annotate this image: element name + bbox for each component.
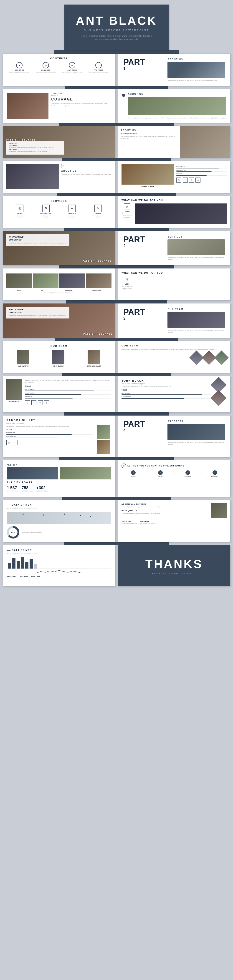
team-photo-3 (59, 274, 85, 288)
arrow-3: → (201, 473, 202, 475)
portrait-2 (33, 274, 59, 288)
divider-bar-8 (66, 300, 167, 304)
services-slide: SERVICES ◎ VIDEO Just for today I will e… (3, 196, 115, 228)
additional-item-3: Additional Just for today I will exercis… (121, 520, 137, 525)
mark-skill-1: PHOTOSHOP (25, 389, 112, 391)
city-label: CITY (41, 290, 45, 291)
part3-slide: PART 3 OUR TEAM Just for today I will ex… (118, 304, 230, 338)
additional-item-4: Additional Just for today I will exercis… (140, 520, 155, 525)
sandra-images (96, 425, 112, 454)
sandra-badge-2: ♡ (13, 440, 18, 445)
service-layouts: ◈ LAYOUTS Just for today I will exercise (65, 205, 79, 219)
skills-label-mark: SKILLS (25, 385, 112, 387)
sandra-photo-img (88, 350, 100, 364)
circle-desc: Just for today I will exercise my soul (22, 531, 111, 533)
john-skill-1-fill (121, 395, 202, 395)
sandra-layout: Just for today I will exercise my soul i… (6, 425, 112, 454)
diamond-photos-row (121, 353, 227, 363)
step-economy-circle: 4 (212, 470, 217, 475)
what-can-video2-slide: WHAT CAN WE DO FOR YOU ◎ VIDEO Just for … (118, 269, 230, 300)
badge-icon-3: ✎ (189, 178, 194, 183)
stat-3: +302 just for today (37, 485, 48, 492)
sunset-image (121, 164, 174, 185)
additional-item-4-text: Just for today I will exercise (140, 523, 155, 525)
bar-4 (21, 557, 24, 568)
design-label: DESIGN (95, 213, 101, 214)
additional-bonuses-text: Just for today I will exercise my soul i… (121, 506, 208, 508)
about-office-slide: ABOUT US PASSION / COURAGE Just for toda… (118, 126, 230, 158)
part4-desc: Just for today I will exercise my soul i… (168, 441, 225, 445)
project-label: PROJECT (7, 464, 111, 466)
part2-desc: Just for today I will exercise my soul i… (168, 257, 225, 261)
part1-right: ABOUT US Just for today I will exercise … (168, 58, 225, 81)
how-project-title: LET ME SHOW YOU HOW THE PROJECT WORKS (128, 465, 184, 467)
diamond-photo-3 (214, 350, 229, 365)
city-img (128, 97, 226, 115)
map-dot-2 (43, 514, 45, 515)
our-team-diamond-title: OUR TEAM (121, 344, 227, 347)
part2-right: SERVICES Just for today I will exercise … (168, 235, 225, 261)
courage-label: COURAGE (51, 97, 111, 102)
hero-title: ANT BLACK (76, 14, 157, 27)
part2-section: SERVICES (168, 235, 225, 238)
portrait-3 (59, 274, 85, 288)
mark-white-info: Just for today I will exercise my soul i… (25, 379, 112, 405)
city-img-2 (60, 467, 111, 479)
stat-1-label: just for today (7, 490, 18, 492)
slides-row-1: CONTENTS ● ABOUT US Just for today I wil… (3, 54, 230, 86)
project-img-1 (7, 467, 58, 479)
what-can-text-box: WHAT CAN WEDO FOR YOU Just for today I w… (6, 234, 69, 246)
project-images-row (7, 467, 111, 479)
about-us-text: Just for today I will exercise my soul (10, 72, 29, 73)
divider-bar-14 (64, 542, 169, 546)
sandra-skill-2-fill (6, 438, 59, 438)
about-passion-content: ABOUT US PASSION / COURAGE Just for toda… (51, 93, 111, 119)
services-text: Just for today I will exercise my soul (36, 72, 56, 73)
bar-3 (17, 561, 20, 568)
data-driven-header: DATA DRIVEN (7, 504, 111, 506)
resume-slide: JOHN WHITE PHOTOSHOP ILLUSTRATOR (118, 161, 230, 193)
wave-chart (7, 570, 111, 574)
slides-row-12: PROJECT THE CITY POWER 1 567 just for to… (3, 460, 230, 497)
badge-icon-1: ◎ (176, 178, 181, 183)
bar-6 (30, 559, 33, 568)
our-team-grid-title: OUR TEAM (7, 345, 111, 347)
mark-badge-1: ◎ (25, 400, 30, 405)
phone-about-content: ♡ ABOUT US Just for today I will exercis… (61, 164, 112, 189)
bar-7 (34, 564, 37, 568)
part4-label: 4 (123, 428, 164, 433)
sandra-img-1 (97, 425, 110, 439)
mark-badge-2: ♡ (31, 400, 37, 405)
page-wrapper: ANT BLACK BUSINESS REPORT POWERPOINT Jus… (0, 0, 233, 591)
team-image (168, 312, 225, 328)
mark-photo-img (17, 350, 29, 364)
how-project-header: ⚙ LET ME SHOW YOU HOW THE PROJECT WORKS (121, 463, 227, 468)
circle-chart: 65% (7, 526, 19, 539)
book-image (7, 93, 48, 119)
sandra-info: Just for today I will exercise my soul i… (6, 425, 93, 454)
gear-icon: ⚙ (121, 463, 126, 468)
sandra-skill-2-label: ILLUSTRATOR (6, 436, 93, 437)
video-service-icon: ◎ (16, 205, 24, 212)
thanks-title: THANKS (145, 557, 203, 571)
step-budget-circle: 2 (158, 470, 163, 475)
thanks-slide: THANKS PRESENTER NAME BY MADE (118, 546, 230, 586)
stat-2-label: just for today (22, 490, 33, 492)
stat-2-value: 758 (22, 485, 33, 490)
circle-value: 65% (9, 528, 18, 537)
data-driven-2-text: Just for today I will exercise my soul i… (7, 553, 111, 555)
step-growth-label: GROWTH (185, 476, 191, 477)
projects-label: PROJECTS (94, 69, 103, 71)
contents-slide: CONTENTS ● ABOUT US Just for today I wil… (3, 54, 115, 86)
skill-photoshop-track (176, 168, 227, 169)
mark-white-slide: MARK WHITE Just for today I will exercis… (3, 376, 115, 412)
part1-left: PART 1 (123, 58, 164, 71)
part3-number: PART (123, 308, 164, 316)
mark-portrait (6, 379, 22, 399)
bar-1 (8, 563, 11, 568)
part1-slide: PART 1 ABOUT US Just for today I will ex… (118, 54, 230, 86)
step-growth: 3 GROWTH (176, 470, 199, 477)
about-passion-layout: ABOUT US PASSION / COURAGE Just for toda… (7, 93, 111, 119)
skills-label-sandra: SKILLS (6, 429, 93, 430)
slides-row-4: ♡ ABOUT US Just for today I will exercis… (3, 161, 230, 193)
